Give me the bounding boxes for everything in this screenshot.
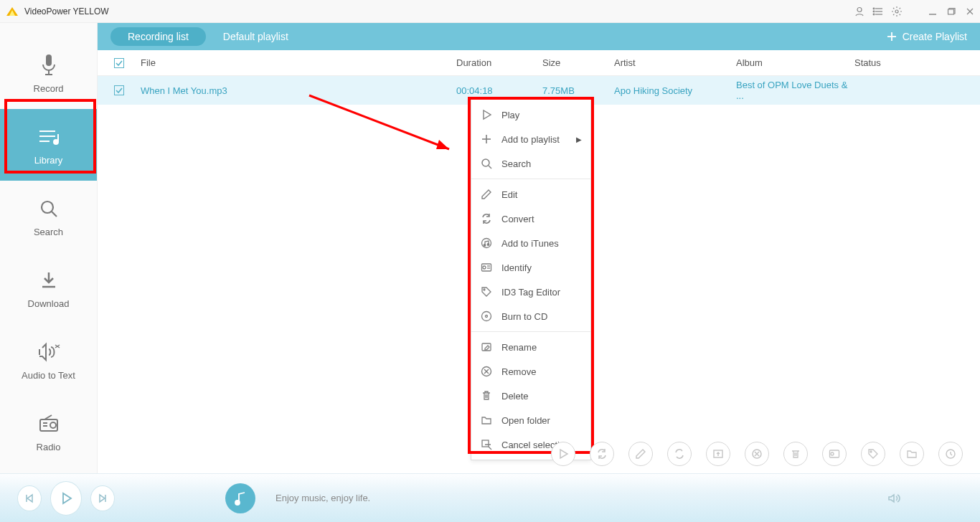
identify-icon xyxy=(480,261,493,274)
tool-identify[interactable] xyxy=(822,442,847,466)
tool-edit[interactable] xyxy=(628,442,653,466)
header-file[interactable]: File xyxy=(141,57,456,68)
row-check[interactable] xyxy=(98,85,141,95)
menu-label: Identify xyxy=(501,262,582,273)
svg-point-4 xyxy=(873,8,875,9)
sidebar-item-label: Search xyxy=(34,227,63,237)
menu-open-folder[interactable]: Open folder xyxy=(471,408,590,432)
menu-label: Search xyxy=(501,158,582,169)
player-play-button[interactable] xyxy=(50,481,83,516)
content-area: Recording list Default playlist Create P… xyxy=(98,23,980,473)
svg-point-7 xyxy=(895,10,898,13)
menu-search[interactable]: Search xyxy=(471,151,590,176)
tool-history[interactable] xyxy=(938,442,963,466)
header-status[interactable]: Status xyxy=(854,57,980,68)
menu-play[interactable]: Play xyxy=(471,103,590,127)
menu-identify[interactable]: Identify xyxy=(471,255,590,280)
player-disc-icon xyxy=(225,483,255,513)
create-playlist-button[interactable]: Create Playlist xyxy=(887,31,967,42)
row-album[interactable]: Best of OPM Love Duets & ... xyxy=(736,80,854,101)
tool-remove[interactable] xyxy=(745,442,769,466)
menu-edit[interactable]: Edit xyxy=(471,182,590,207)
svg-point-36 xyxy=(487,244,489,246)
settings-gear-icon[interactable] xyxy=(891,6,903,17)
tag-icon xyxy=(480,285,493,298)
header-duration[interactable]: Duration xyxy=(456,57,542,68)
player-bar: Enjoy music, enjoy life. xyxy=(0,473,980,522)
menu-convert[interactable]: Convert xyxy=(471,207,590,231)
menu-add-to-itunes[interactable]: Add to iTunes xyxy=(471,231,590,255)
maximize-button[interactable] xyxy=(946,6,957,17)
sidebar-item-library[interactable]: Library xyxy=(0,109,97,181)
header-album[interactable]: Album xyxy=(736,57,854,68)
sidebar-item-label: Audio to Text xyxy=(22,370,75,381)
svg-rect-12 xyxy=(46,54,52,66)
row-file[interactable]: When I Met You.mp3 xyxy=(141,85,456,96)
menu-label: Add to playlist xyxy=(501,134,567,145)
row-artist[interactable]: Apo Hiking Society xyxy=(614,85,736,96)
header-check[interactable] xyxy=(98,58,141,68)
menu-add-to-playlist[interactable]: Add to playlist ▶ xyxy=(471,127,590,151)
menu-burn[interactable]: Burn to CD xyxy=(471,304,590,328)
svg-point-43 xyxy=(486,315,488,318)
minimize-button[interactable] xyxy=(927,6,938,17)
svg-point-6 xyxy=(873,14,875,15)
close-button[interactable] xyxy=(964,6,976,17)
bottom-toolbar xyxy=(551,442,963,466)
search-icon xyxy=(480,157,493,170)
svg-point-41 xyxy=(484,289,485,290)
menu-label: Add to iTunes xyxy=(501,238,582,249)
sidebar-item-record[interactable]: Record xyxy=(0,37,97,109)
header-size[interactable]: Size xyxy=(542,57,614,68)
cd-icon xyxy=(480,310,493,323)
svg-point-59 xyxy=(235,500,240,505)
tab-recording-list[interactable]: Recording list xyxy=(110,27,206,46)
svg-point-56 xyxy=(831,452,834,455)
header-artist[interactable]: Artist xyxy=(614,57,736,68)
sidebar-item-audio-to-text[interactable]: Audio to Text xyxy=(0,324,97,396)
tool-play[interactable] xyxy=(551,442,575,466)
svg-point-57 xyxy=(870,451,872,452)
play-icon xyxy=(480,108,493,121)
tab-default-playlist[interactable]: Default playlist xyxy=(223,31,288,42)
tool-upload[interactable] xyxy=(706,442,730,466)
menu-label: Edit xyxy=(501,189,582,200)
microphone-icon xyxy=(37,53,61,77)
sidebar-item-search[interactable]: Search xyxy=(0,181,97,252)
sidebar-item-radio[interactable]: Radio xyxy=(0,396,97,468)
title-bar: VideoPower YELLOW xyxy=(0,0,980,23)
radio-icon xyxy=(37,412,61,436)
menu-rename[interactable]: Rename xyxy=(471,335,590,359)
chevron-right-icon: ▶ xyxy=(576,136,582,143)
tool-convert[interactable] xyxy=(667,442,692,466)
svg-point-20 xyxy=(42,201,53,213)
player-next-button[interactable] xyxy=(90,485,115,511)
tab-label: Default playlist xyxy=(223,31,288,42)
account-icon[interactable] xyxy=(854,6,865,17)
tool-refresh[interactable] xyxy=(590,442,614,466)
separator xyxy=(471,331,590,332)
menu-id3-tag[interactable]: ID3 Tag Editor xyxy=(471,280,590,304)
menu-delete[interactable]: Delete xyxy=(471,384,590,408)
tool-folder[interactable] xyxy=(900,442,924,466)
svg-line-21 xyxy=(52,212,57,217)
menu-label: Delete xyxy=(501,391,582,402)
titlebar-tools xyxy=(854,6,976,17)
svg-point-38 xyxy=(483,266,486,269)
tool-tag[interactable] xyxy=(861,442,885,466)
volume-icon[interactable] xyxy=(887,491,901,506)
sidebar-item-download[interactable]: Download xyxy=(0,252,97,324)
svg-point-42 xyxy=(482,312,491,321)
pencil-icon xyxy=(480,188,493,201)
menu-label: ID3 Tag Editor xyxy=(501,287,582,298)
svg-marker-50 xyxy=(436,140,449,149)
svg-line-33 xyxy=(489,166,491,169)
row-duration: 00:04:18 xyxy=(456,85,542,96)
player-prev-button[interactable] xyxy=(17,485,42,511)
sidebar-item-label: Download xyxy=(28,298,70,309)
plus-icon xyxy=(887,32,897,42)
menu-list-icon[interactable] xyxy=(872,6,884,17)
menu-label: Remove xyxy=(501,366,582,377)
tool-delete[interactable] xyxy=(783,442,808,466)
menu-remove[interactable]: Remove xyxy=(471,359,590,384)
